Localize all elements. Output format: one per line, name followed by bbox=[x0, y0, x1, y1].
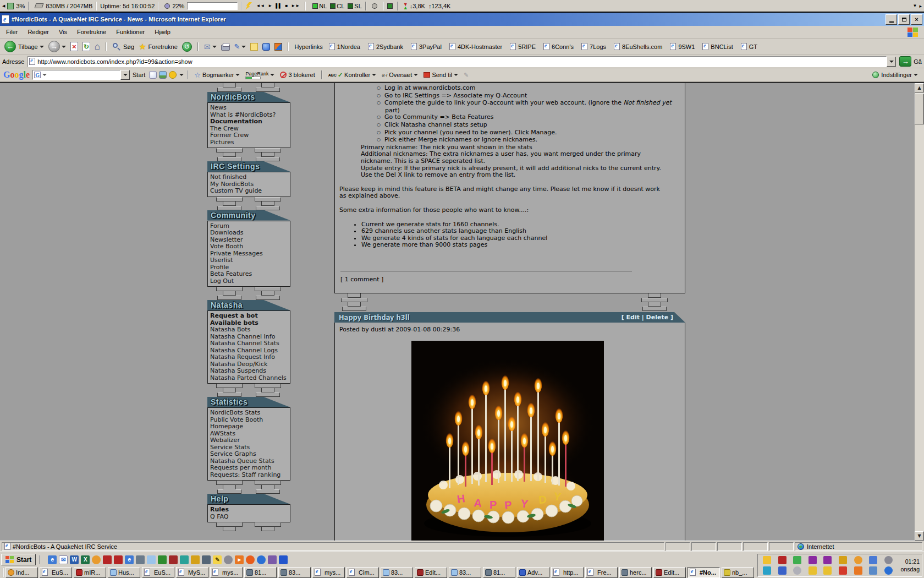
menu-hjaelp[interactable]: Hjælp bbox=[150, 27, 175, 37]
link-nordea[interactable]: e1Nordea bbox=[329, 43, 360, 50]
quicklaunch-outlook-express-icon[interactable]: ✉ bbox=[59, 555, 68, 564]
library-button[interactable] bbox=[272, 42, 284, 52]
sidebar-item-former-crew[interactable]: Former Crew bbox=[210, 132, 289, 139]
home-button[interactable]: ⌂ bbox=[92, 40, 102, 53]
quicklaunch-green-book-icon[interactable] bbox=[158, 555, 167, 564]
sidebar-item-downloads[interactable]: Downloads bbox=[210, 230, 289, 237]
collapse-arrow-icon[interactable]: ◀ bbox=[2, 4, 5, 8]
media-next-button[interactable]: ►► bbox=[289, 3, 301, 8]
nl-indicator-icon[interactable] bbox=[312, 3, 318, 9]
forward-button[interactable]: → bbox=[46, 40, 68, 53]
image-search-icon[interactable] bbox=[159, 71, 167, 79]
task-window-button[interactable]: emys... bbox=[210, 567, 243, 578]
link-ripe[interactable]: e5RIPE bbox=[510, 43, 536, 50]
task-window-button[interactable]: Hus... bbox=[108, 567, 140, 578]
task-window-button[interactable]: eMyS... bbox=[176, 567, 208, 578]
sidebar-item-beta-features[interactable]: Beta Features bbox=[210, 271, 289, 278]
link-logs[interactable]: e7Logs bbox=[581, 43, 606, 50]
tray-mirc-2-icon[interactable] bbox=[809, 556, 817, 564]
quicklaunch-share-icon[interactable] bbox=[202, 555, 211, 564]
scroll-down-button[interactable]: ▼ bbox=[915, 531, 924, 541]
menu-funktioner[interactable]: Funktioner bbox=[111, 27, 150, 37]
quicklaunch-users-icon[interactable] bbox=[191, 555, 200, 564]
go-button[interactable]: → Gå bbox=[899, 56, 922, 67]
quicklaunch-mirc-icon[interactable] bbox=[103, 555, 112, 564]
refresh-button[interactable]: ↻ bbox=[80, 41, 92, 52]
menu-filer[interactable]: Filer bbox=[1, 27, 23, 37]
send-to-button[interactable]: Send til bbox=[421, 72, 461, 78]
sidebar-item-natasha-suspends[interactable]: Natasha Suspends bbox=[210, 368, 289, 375]
task-window-button[interactable]: nb_... bbox=[722, 567, 754, 578]
quicklaunch-excel-icon[interactable]: X bbox=[81, 555, 90, 564]
task-window-button[interactable]: mIR... bbox=[74, 567, 106, 578]
mail-button[interactable]: ✉ bbox=[202, 41, 219, 52]
link-sw1[interactable]: e9SW1 bbox=[670, 43, 695, 50]
comments-link[interactable]: [ 1 comment ] bbox=[340, 276, 685, 283]
sidebar-item-natasha-channel-stats[interactable]: Natasha Channel Stats bbox=[210, 340, 289, 347]
sidebar-item-rules[interactable]: Rules bbox=[210, 506, 289, 514]
tray-mirc-3-icon[interactable] bbox=[823, 556, 832, 564]
quicklaunch-pencil-icon[interactable]: ✎ bbox=[213, 555, 222, 564]
favorites-button[interactable]: ★ Foretrukne bbox=[136, 41, 180, 53]
volume-bar[interactable] bbox=[187, 2, 238, 10]
stop-button[interactable]: × bbox=[68, 41, 80, 52]
quicklaunch-red-book-icon[interactable] bbox=[169, 555, 178, 564]
tray-mirc-icon[interactable] bbox=[778, 556, 787, 564]
task-window-button[interactable]: 81... bbox=[483, 567, 515, 578]
scroll-up-button[interactable]: ▲ bbox=[915, 83, 924, 92]
task-window-button[interactable]: 83... bbox=[278, 567, 311, 578]
minimize-button[interactable] bbox=[886, 14, 897, 25]
translate-button[interactable]: a·i Oversæt bbox=[379, 72, 421, 78]
address-dropdown-button[interactable] bbox=[887, 57, 896, 67]
settings-button[interactable]: Indstillinger bbox=[870, 72, 921, 78]
tray-user-icon[interactable] bbox=[869, 566, 877, 575]
spellcheck-button[interactable]: ABC ✓ Kontroller bbox=[326, 72, 379, 79]
tray-volume-icon[interactable] bbox=[884, 556, 893, 564]
task-window-button[interactable]: 81... bbox=[244, 567, 277, 578]
link-conns[interactable]: e6Conn's bbox=[543, 43, 574, 50]
task-window-button[interactable]: 83... bbox=[449, 567, 481, 578]
quicklaunch-scheduler-icon[interactable] bbox=[92, 555, 101, 564]
sidebar-item-service-graphs[interactable]: Service Graphs bbox=[210, 451, 289, 458]
quicklaunch-internet-explorer-2-icon[interactable]: e bbox=[125, 555, 134, 564]
sidebar-item-natasha-request-info[interactable]: Natasha Request Info bbox=[210, 354, 289, 361]
sidebar-item-vote-booth[interactable]: Vote Booth bbox=[210, 243, 289, 250]
scrollbar-thumb[interactable] bbox=[915, 94, 924, 124]
edit-dropdown-icon[interactable] bbox=[241, 46, 246, 48]
quicklaunch-remote-desktop-icon[interactable] bbox=[136, 555, 145, 564]
sidebar-item-natasha-bots[interactable]: Natasha Bots bbox=[210, 326, 289, 334]
link-dk-hostmaster[interactable]: e4DK-Hostmaster bbox=[449, 43, 502, 50]
google-search-button[interactable]: Start bbox=[130, 72, 148, 78]
notes-button[interactable] bbox=[248, 42, 260, 52]
google-search-input[interactable]: G bbox=[32, 70, 120, 80]
address-input[interactable]: e http://www.nordicbots.com/index.php?id… bbox=[28, 56, 887, 67]
sidebar-item-requests-staff-ranking[interactable]: Requests: Staff ranking bbox=[210, 472, 289, 479]
sysbar-expand-icon[interactable]: ▸ bbox=[919, 3, 922, 9]
tray-clock-area[interactable]: 01:21 onsdag bbox=[895, 558, 920, 573]
menu-rediger[interactable]: Rediger bbox=[23, 27, 54, 37]
sidebar-item-requests-per-month[interactable]: Requests per month bbox=[210, 465, 289, 472]
print-button[interactable] bbox=[219, 42, 232, 52]
sidebar-item-news[interactable]: News bbox=[210, 105, 289, 112]
mail-dropdown-icon[interactable] bbox=[212, 46, 217, 48]
quicklaunch-realplayer-icon[interactable] bbox=[257, 555, 266, 564]
quicklaunch-network-icon[interactable] bbox=[180, 555, 189, 564]
task-window-button[interactable]: Edit... bbox=[653, 567, 686, 578]
tray-network-icon[interactable] bbox=[869, 556, 877, 564]
sidebar-item-not-finished[interactable]: Not finished bbox=[210, 174, 289, 181]
bookmarks-button[interactable]: ☆ Bogmærker bbox=[191, 71, 243, 79]
task-window-button[interactable]: eFre... bbox=[585, 567, 618, 578]
tray-display-icon[interactable] bbox=[763, 566, 771, 575]
g-dropdown-icon[interactable] bbox=[42, 74, 47, 76]
quicklaunch-word-icon[interactable]: W bbox=[70, 555, 79, 564]
sidebar-item-q-faq[interactable]: Q FAQ bbox=[210, 514, 289, 521]
media-stop-button[interactable]: ■ bbox=[284, 3, 290, 8]
messenger-button[interactable] bbox=[260, 42, 272, 52]
sidebar-item-request-a-bot[interactable]: Request a bot bbox=[210, 313, 289, 320]
tray-messenger-icon[interactable] bbox=[884, 566, 893, 575]
sysbar-dropdown-icon[interactable]: ▼ bbox=[913, 3, 917, 8]
task-window-button[interactable]: Adv... bbox=[517, 567, 549, 578]
task-window-button[interactable]: herc... bbox=[619, 567, 652, 578]
tray-mail-icon[interactable] bbox=[763, 556, 771, 564]
tray-pen-icon[interactable] bbox=[809, 566, 817, 575]
